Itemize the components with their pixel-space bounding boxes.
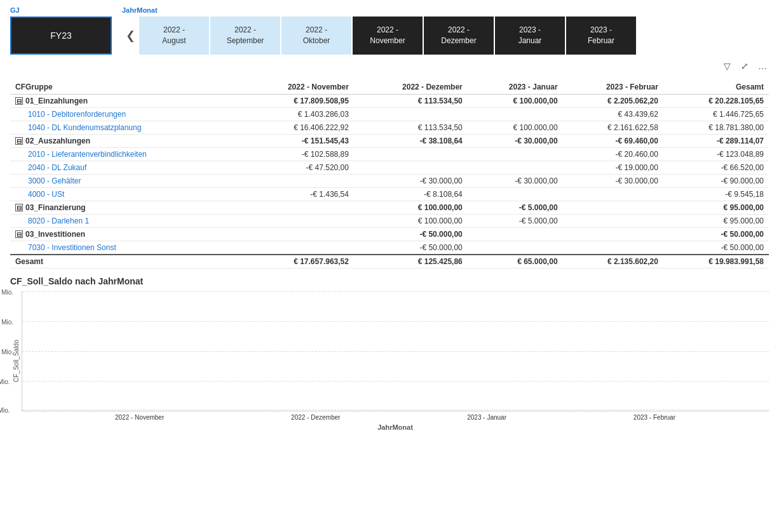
cell-cfgruppe: 3000 - Gehälter [10,175,239,188]
x-label-nov: 2022 - November [115,414,164,421]
cell-jan: € 100.000,00 [468,121,563,135]
table-row: ⊟02_Auszahlungen -€ 151.545,43 -€ 38.108… [10,135,769,148]
cell-dez [354,161,468,175]
more-icon[interactable]: … [756,60,769,72]
chart-section: CF_Soll_Saldo nach JahrMonat CF_Soll_Sal… [0,271,779,436]
y-tick-15: € 15 Mio. [0,319,13,326]
cell-nov: € 16.406.222,92 [239,121,354,135]
cell-jan: € 65.000,00 [468,255,563,269]
col-header-jan: 2023 - Januar [468,80,563,95]
cell-cfgruppe: 1040 - DL Kundenumsatzplanung [10,121,239,135]
cell-dez: -€ 38.108,64 [354,135,468,148]
cell-feb: -€ 20.460,00 [563,148,663,161]
cell-jan [468,148,563,161]
cell-cfgruppe: 1010 - Debitorenforderungen [10,108,239,121]
cell-dez [354,108,468,121]
cell-jan [468,228,563,241]
data-table: CFGruppe 2022 - November 2022 - Dezember… [10,80,769,269]
cell-gesamt: -€ 90.000,00 [663,175,769,188]
jahrmonat-label: JahrMonat [122,6,769,14]
y-tick-5: € 5 Mio. [0,378,10,385]
x-axis-labels: 2022 - November 2022 - Dezember 2023 - J… [22,411,769,423]
nav-prev-button[interactable]: ❮ [122,17,139,55]
table-row: 1040 - DL Kundenumsatzplanung € 16.406.2… [10,121,769,135]
cell-nov: € 17.809.508,95 [239,95,354,108]
table-row: 2040 - DL Zukauf -€ 47.520,00 -€ 19.000,… [10,161,769,175]
cell-dez: -€ 50.000,00 [354,228,468,241]
cell-feb: € 2.161.622,58 [563,121,663,135]
table-row: ⊟03_Investitionen -€ 50.000,00 -€ 50.000… [10,228,769,241]
cell-dez: € 113.534,50 [354,121,468,135]
table-row: 8020 - Darlehen 1 € 100.000,00 -€ 5.000,… [10,215,769,228]
month-tabs-wrapper: ❮ 2022 -August 2022 -September 2022 -Okt… [122,17,769,55]
tab-2023-februar[interactable]: 2023 -Februar [566,17,636,55]
table-section: CFGruppe 2022 - November 2022 - Dezember… [0,75,779,271]
cell-nov: -€ 102.588,89 [239,148,354,161]
cell-gesamt: -€ 9.545,18 [663,188,769,201]
fy23-box[interactable]: FY23 [10,17,112,55]
tab-2022-oktober[interactable]: 2022 -Oktober [281,17,351,55]
cell-nov [239,228,354,241]
cell-cfgruppe: 2010 - Lieferantenverbindlichkeiten [10,148,239,161]
table-row: ⊟03_Finanzierung € 100.000,00 -€ 5.000,0… [10,201,769,215]
tab-2022-dezember[interactable]: 2022 -Dezember [424,17,494,55]
cell-jan: -€ 30.000,00 [468,135,563,148]
cell-dez: -€ 8.108,64 [354,188,468,201]
month-tabs: 2022 -August 2022 -September 2022 -Oktob… [139,17,636,55]
cell-gesamt: -€ 123.048,89 [663,148,769,161]
expand-icon[interactable]: ⊟ [15,137,23,145]
filter-icon[interactable]: ▽ [721,60,733,72]
cell-nov: -€ 47.520,00 [239,161,354,175]
table-row: ⊟01_Einzahlungen € 17.809.508,95 € 113.5… [10,95,769,108]
jahrmonat-section: JahrMonat ❮ 2022 -August 2022 -September… [122,6,769,55]
cell-cfgruppe: ⊟01_Einzahlungen [10,95,239,108]
cell-jan [468,108,563,121]
cell-feb [563,215,663,228]
tab-2022-november[interactable]: 2022 -November [353,17,423,55]
cell-feb: -€ 30.000,00 [563,175,663,188]
cell-dez: € 125.425,86 [354,255,468,269]
bars-row [22,291,769,411]
expand-icon[interactable]: ⊟ [15,230,23,238]
tab-2023-januar[interactable]: 2023 -Januar [495,17,565,55]
expand-icon[interactable]: ⊟ [15,97,23,105]
expand-icon[interactable]: ⊟ [15,204,23,211]
col-header-dez: 2022 - Dezember [354,80,468,95]
y-tick-0: € 0 Mio. [0,407,10,414]
cell-cfgruppe: ⊟03_Investitionen [10,228,239,241]
cell-feb [563,188,663,201]
col-header-cfgruppe: CFGruppe [10,80,239,95]
cell-cfgruppe: 8020 - Darlehen 1 [10,215,239,228]
tab-2022-september[interactable]: 2022 -September [210,17,280,55]
cell-cfgruppe: 2040 - DL Zukauf [10,161,239,175]
tab-2022-august[interactable]: 2022 -August [139,17,209,55]
table-row: 4000 - USt -€ 1.436,54 -€ 8.108,64 -€ 9.… [10,188,769,201]
cell-feb: € 43.439,62 [563,108,663,121]
cell-feb: -€ 69.460,00 [563,135,663,148]
x-label-feb: 2023 - Februar [633,414,675,421]
cell-cfgruppe: 7030 - Investitionen Sonst [10,241,239,255]
table-row: 1010 - Debitorenforderungen € 1.403.286,… [10,108,769,121]
cell-feb: -€ 19.000,00 [563,161,663,175]
cell-jan [468,161,563,175]
cell-gesamt: -€ 50.000,00 [663,228,769,241]
table-row-total: Gesamt € 17.657.963,52 € 125.425,86 € 65… [10,255,769,269]
cell-cfgruppe: Gesamt [10,255,239,269]
cell-dez: € 100.000,00 [354,215,468,228]
cell-jan: -€ 5.000,00 [468,215,563,228]
cell-cfgruppe: ⊟03_Finanzierung [10,201,239,215]
table-row: 3000 - Gehälter -€ 30.000,00 -€ 30.000,0… [10,175,769,188]
cell-cfgruppe: 4000 - USt [10,188,239,201]
table-row: 2010 - Lieferantenverbindlichkeiten -€ 1… [10,148,769,161]
chart-title: CF_Soll_Saldo nach JahrMonat [10,276,769,286]
cell-jan: € 100.000,00 [468,95,563,108]
cell-nov [239,175,354,188]
expand-icon[interactable]: ⤢ [738,60,751,72]
cell-jan: -€ 5.000,00 [468,201,563,215]
col-header-nov: 2022 - November [239,80,354,95]
cell-nov [239,241,354,255]
top-section: GJ FY23 JahrMonat ❮ 2022 -August 2022 -S… [0,0,779,57]
col-header-feb: 2023 - Februar [563,80,663,95]
toolbar-row: ▽ ⤢ … [0,57,779,75]
col-header-gesamt: Gesamt [663,80,769,95]
